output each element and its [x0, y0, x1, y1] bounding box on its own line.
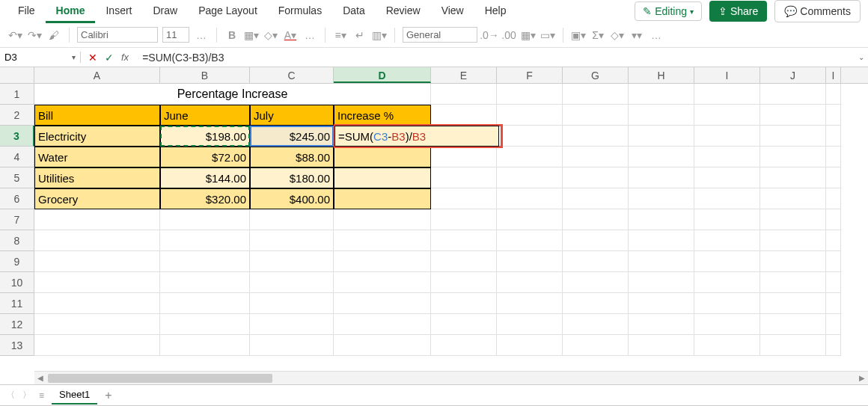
cell[interactable]	[160, 230, 250, 251]
cell[interactable]	[431, 147, 497, 167]
cell[interactable]	[629, 147, 694, 167]
cell[interactable]	[694, 84, 760, 105]
row-header-6[interactable]: 6	[0, 188, 34, 209]
cell[interactable]	[334, 209, 431, 230]
cell[interactable]	[760, 209, 826, 230]
borders-button[interactable]: ▦▾	[244, 28, 259, 43]
cell[interactable]	[334, 251, 431, 272]
bold-button[interactable]: B	[224, 28, 239, 43]
cell[interactable]	[250, 272, 334, 293]
all-sheets-icon[interactable]: ≡	[39, 390, 44, 401]
cell[interactable]	[694, 126, 760, 147]
cell[interactable]	[497, 105, 563, 126]
row-header-11[interactable]: 11	[0, 293, 34, 314]
col-header-f[interactable]: F	[497, 67, 563, 83]
undo-button[interactable]: ↶▾	[7, 28, 22, 43]
cell[interactable]	[431, 293, 497, 314]
cell[interactable]	[826, 167, 841, 188]
tab-formulas[interactable]: Formulas	[268, 0, 332, 23]
cell[interactable]	[563, 188, 629, 209]
cell[interactable]	[497, 293, 563, 314]
cell-d3-editing[interactable]: =SUM(C3-B3)/B3	[334, 126, 499, 147]
align-button[interactable]: ≡▾	[333, 28, 348, 43]
share-button[interactable]: ⇪ Share	[709, 1, 767, 22]
tab-help[interactable]: Help	[474, 0, 517, 23]
cell[interactable]	[497, 147, 563, 167]
cell[interactable]	[160, 251, 250, 272]
cell[interactable]	[34, 209, 160, 230]
cell-b5[interactable]: $144.00	[160, 167, 250, 188]
cell[interactable]	[250, 293, 334, 314]
name-box[interactable]: D3 ▾	[0, 52, 81, 63]
cell[interactable]	[431, 105, 497, 126]
cell[interactable]	[826, 314, 841, 335]
tab-view[interactable]: View	[431, 0, 474, 23]
fill-color-button[interactable]: ◇▾	[263, 28, 278, 43]
autosum-button[interactable]: Σ▾	[590, 28, 605, 43]
cell[interactable]	[497, 126, 563, 147]
formula-input[interactable]: =SUM(C3-B3)/B3	[136, 52, 855, 64]
cell[interactable]	[760, 272, 826, 293]
tab-home[interactable]: Home	[46, 0, 96, 23]
insert-cells-button[interactable]: ▣▾	[571, 28, 586, 43]
cell[interactable]	[563, 230, 629, 251]
font-family-combo[interactable]	[77, 27, 158, 43]
cell-c5[interactable]: $180.00	[250, 167, 334, 188]
sheet-nav-prev[interactable]: 〈	[6, 389, 15, 402]
cell[interactable]	[34, 251, 160, 272]
cell[interactable]	[431, 335, 497, 356]
cell[interactable]	[694, 167, 760, 188]
cell[interactable]	[629, 126, 694, 147]
row-header-3[interactable]: 3	[0, 126, 34, 147]
wrap-button[interactable]: ↵	[352, 28, 367, 43]
cell[interactable]	[826, 105, 841, 126]
cell[interactable]	[694, 209, 760, 230]
tab-page-layout[interactable]: Page Layout	[188, 0, 268, 23]
tab-review[interactable]: Review	[376, 0, 431, 23]
col-header-g[interactable]: G	[563, 67, 629, 83]
ellipsis-icon[interactable]: …	[302, 28, 317, 43]
cell[interactable]	[629, 167, 694, 188]
tab-insert[interactable]: Insert	[95, 0, 142, 23]
scroll-left-icon[interactable]: ◀	[37, 374, 43, 382]
cell[interactable]	[497, 314, 563, 335]
cell[interactable]	[760, 84, 826, 105]
cell[interactable]	[497, 167, 563, 188]
cell[interactable]	[629, 293, 694, 314]
cell[interactable]	[431, 314, 497, 335]
row-header-13[interactable]: 13	[0, 335, 34, 356]
sort-filter-button[interactable]: ▾▾	[629, 28, 644, 43]
cell[interactable]	[563, 147, 629, 167]
number-format-combo[interactable]	[403, 27, 477, 43]
cell[interactable]	[629, 230, 694, 251]
cell[interactable]	[694, 251, 760, 272]
accept-formula-button[interactable]: ✓	[105, 52, 114, 64]
cell[interactable]	[34, 335, 160, 356]
cell-styles-button[interactable]: ▭▾	[540, 28, 555, 43]
paintbrush-icon[interactable]: 🖌	[46, 28, 61, 43]
cell[interactable]	[250, 314, 334, 335]
cell[interactable]	[760, 335, 826, 356]
col-header-d[interactable]: D	[334, 67, 431, 83]
cell[interactable]	[160, 335, 250, 356]
cell[interactable]	[694, 105, 760, 126]
col-header-b[interactable]: B	[160, 67, 250, 83]
cell[interactable]	[826, 147, 841, 167]
cell[interactable]	[250, 230, 334, 251]
cell[interactable]	[160, 209, 250, 230]
cell[interactable]	[34, 293, 160, 314]
sheet-tab-1[interactable]: Sheet1	[52, 386, 97, 405]
cell-c6[interactable]: $400.00	[250, 188, 334, 209]
cell[interactable]	[629, 272, 694, 293]
cell-a3[interactable]: Electricity	[34, 126, 160, 147]
add-sheet-button[interactable]: +	[105, 389, 111, 402]
cell-header-june[interactable]: June	[160, 105, 250, 126]
tab-data[interactable]: Data	[332, 0, 376, 23]
col-header-i2[interactable]: I	[826, 67, 841, 83]
cell[interactable]	[694, 293, 760, 314]
decrease-decimal-button[interactable]: .00	[501, 28, 516, 43]
ellipsis-icon[interactable]: …	[194, 28, 209, 43]
cell[interactable]	[250, 209, 334, 230]
scroll-right-icon[interactable]: ▶	[859, 374, 865, 382]
cancel-formula-button[interactable]: ✕	[88, 52, 97, 64]
